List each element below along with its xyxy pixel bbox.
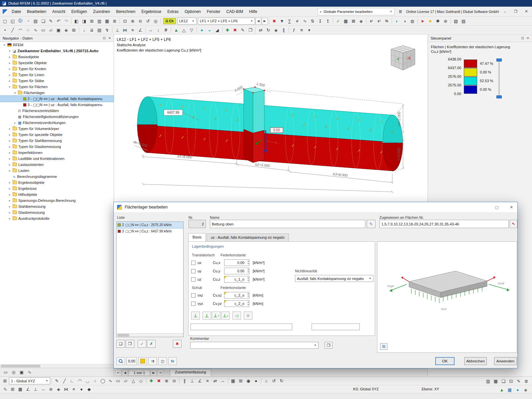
draw-rect-icon[interactable]: ▭: [114, 377, 122, 385]
check-icon[interactable]: ✓: [334, 17, 342, 25]
menu-bearbeiten[interactable]: Bearbeiten: [24, 8, 49, 15]
expander-icon[interactable]: ▸: [8, 79, 11, 82]
expander-icon[interactable]: ▸: [8, 205, 11, 208]
tree-item[interactable]: ▸Basisobjekte: [0, 54, 114, 60]
tree-item[interactable]: ▸Stahlbemessung: [0, 203, 114, 209]
tree-item[interactable]: ⊟Flächenexzentrizitäten: [0, 108, 114, 114]
decimal-places-button[interactable]: 0,00: [126, 357, 137, 365]
delete-object-icon[interactable]: ✖: [231, 26, 239, 34]
menu-datei[interactable]: Datei: [9, 8, 24, 15]
expander-icon[interactable]: ▸: [8, 62, 11, 65]
display-settings-icon[interactable]: ▭: [2, 369, 9, 376]
slider-handle-top[interactable]: [496, 59, 502, 62]
draw-parallelogram-icon[interactable]: ▱: [122, 377, 129, 385]
dimension-h-icon[interactable]: ↔: [147, 26, 154, 34]
expander-icon[interactable]: ▸: [8, 139, 11, 142]
visibility-icon[interactable]: ◎: [10, 369, 17, 376]
draw-ellipse-icon[interactable]: ◯: [99, 377, 106, 385]
expander-icon[interactable]: ▾: [3, 44, 6, 47]
slider-handle-bottom[interactable]: [496, 95, 502, 98]
expander-icon[interactable]: ▸: [8, 169, 11, 172]
tree-item[interactable]: ▸Hilfsobjekte: [0, 192, 114, 198]
window-grid-icon[interactable]: ⊞: [88, 17, 95, 25]
last-page-icon[interactable]: ⇥: [157, 370, 163, 376]
print-icon[interactable]: ▤: [32, 17, 39, 25]
open-model-icon[interactable]: ◱: [9, 17, 16, 25]
extra-field-1[interactable]: [191, 324, 292, 330]
kommentar-combo[interactable]: ▼: [190, 342, 319, 349]
extend-icon[interactable]: ↔: [219, 377, 226, 385]
tree-item[interactable]: ▸Spannungs-Dehnungs-Berechnung: [0, 198, 114, 203]
expander-icon[interactable]: ▸: [8, 145, 11, 148]
align-icon[interactable]: ≡: [204, 377, 211, 385]
shadow-icon[interactable]: ◢: [213, 26, 221, 34]
tab-basis[interactable]: Basis: [188, 233, 206, 241]
scale-swatch[interactable]: [464, 85, 477, 94]
copy-support-icon[interactable]: ❐: [126, 340, 134, 348]
table-icon[interactable]: ▥: [96, 17, 103, 25]
expander-icon[interactable]: ▸: [8, 56, 11, 59]
scale-range-slider[interactable]: [497, 59, 501, 98]
next-loadcase-button[interactable]: ▶: [262, 18, 268, 25]
tree-item[interactable]: ▸Typen für Stäbe: [0, 78, 114, 84]
spline-tool-icon[interactable]: ∿: [32, 26, 39, 34]
section-icon[interactable]: ▧: [452, 17, 460, 25]
expander-icon[interactable]: ▸: [8, 127, 11, 130]
menu-search-icon[interactable]: ≣: [397, 8, 404, 15]
spinner-buttons[interactable]: ▴▾: [247, 276, 249, 282]
checkbox-uz[interactable]: [191, 277, 196, 282]
prev-page-icon[interactable]: ◀: [122, 370, 128, 376]
expander-icon[interactable]: ▸: [8, 67, 11, 70]
support-list-item[interactable]: 2▢▢N ≡≡ | Cu,z : 2575.20 kN/m: [117, 222, 183, 228]
split-icon[interactable]: ⊖: [171, 377, 178, 385]
function-icon[interactable]: ƒ: [290, 26, 298, 34]
delete-support-button[interactable]: ✖: [173, 340, 182, 348]
area-load-icon[interactable]: ▤: [96, 26, 103, 34]
zoom-in-icon[interactable]: ⊕: [129, 17, 136, 25]
next-page-icon[interactable]: ▶: [151, 370, 157, 376]
tree-item[interactable]: ▾Flächenlager: [0, 90, 114, 96]
intersection-snap-icon[interactable]: ⋈: [63, 386, 70, 393]
view-rotate-icon[interactable]: ↺: [144, 17, 152, 25]
percent-icon[interactable]: %: [383, 17, 390, 25]
cancel-button[interactable]: Abbrechen: [464, 357, 487, 365]
node-tool-icon[interactable]: •: [1, 26, 9, 34]
expander-icon[interactable]: ▸: [8, 199, 11, 202]
circle-tool-icon[interactable]: ○: [24, 26, 32, 34]
scale-swatch[interactable]: [464, 77, 477, 85]
track-snap-icon[interactable]: ↔: [40, 386, 47, 393]
edge-snap-icon[interactable]: ◆: [85, 386, 93, 393]
render-transparent-icon[interactable]: ◒: [206, 26, 213, 34]
nichtlinearitaet-combo[interactable]: Ausfall, falls Kontaktspannung σz negati…: [295, 275, 373, 282]
menu-cadbim[interactable]: CAD-BIM: [223, 8, 246, 15]
list-hscrollbar[interactable]: [117, 333, 183, 337]
grid-icon[interactable]: ▦: [229, 377, 237, 385]
scrollbar-thumb[interactable]: [117, 334, 129, 336]
tree-item[interactable]: ▸Ergebnisobjekte: [0, 180, 114, 186]
checkbox-ux[interactable]: [191, 261, 196, 265]
support-spring-icon[interactable]: ⊥: [202, 312, 211, 320]
snap-ratio-icon[interactable]: ¾: [1, 386, 9, 393]
loadcombo-selector[interactable]: LK12▼: [177, 18, 197, 25]
formula-icon[interactable]: π: [298, 26, 305, 34]
expander-icon[interactable]: ▸: [8, 157, 11, 160]
spring-constant-field[interactable]: c_1_o▴▾: [224, 276, 249, 283]
sort-icon[interactable]: ⇅: [309, 17, 316, 25]
free-load-icon[interactable]: ↯: [103, 26, 111, 34]
add-node-icon[interactable]: ✚: [148, 377, 155, 385]
tree-item[interactable]: ▸Ergebnisse: [0, 186, 114, 192]
node-snap-icon[interactable]: ●: [78, 386, 85, 393]
import-icon[interactable]: ↧: [317, 17, 324, 25]
result-class-badge[interactable]: G Ch: [163, 18, 176, 24]
more-tools-icon[interactable]: ▾: [306, 26, 313, 34]
tree-item[interactable]: ▸Imperfektionen: [0, 150, 114, 156]
tab-zusammenfassung[interactable]: Zusammenfassung: [170, 369, 211, 376]
tree-item[interactable]: ▸Glasbemessung: [0, 209, 114, 215]
render-texture-icon[interactable]: ◍: [409, 17, 416, 25]
formula-editor-button[interactable]: fx: [168, 357, 177, 365]
prev-loadcase-button[interactable]: ◀: [255, 18, 261, 25]
raster-toggle-icon[interactable]: ▦: [17, 386, 24, 393]
scale-swatch[interactable]: [464, 60, 477, 68]
layer-list-icon[interactable]: ≣: [523, 377, 530, 385]
support-none-icon[interactable]: ✕: [244, 312, 252, 320]
